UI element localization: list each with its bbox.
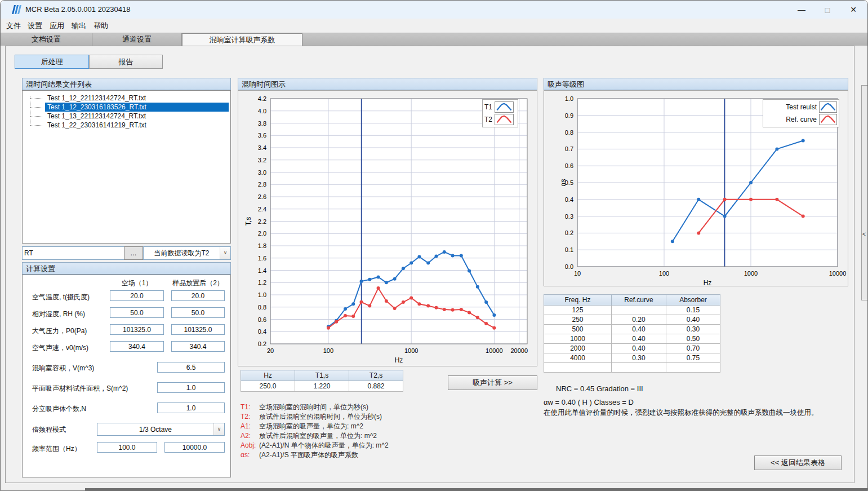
rt-result-table: Hz T1,s T2,s 250.0 1.220 0.882: [241, 370, 403, 392]
svg-text:4.0: 4.0: [258, 108, 266, 114]
tab-reverb-absorption[interactable]: 混响室计算吸声系数: [182, 33, 302, 47]
svg-text:3.6: 3.6: [258, 132, 266, 139]
svg-text:20: 20: [267, 347, 274, 354]
calc-settings-header: 计算设置: [22, 262, 231, 275]
octave-mode-dropdown[interactable]: 1/3 Octave ∨: [97, 423, 225, 436]
back-to-results-button[interactable]: << 返回结果表格: [754, 455, 842, 470]
app-icon: [11, 4, 22, 15]
legend-label-ref-curve: Ref. curve: [786, 116, 817, 123]
app-window: MCR Beta 2.05.0.001 20230418 — ◻ ✕ 文件 设置…: [0, 0, 868, 491]
list-item[interactable]: Test 1_22_230316141219_RT.txt: [23, 121, 230, 130]
note-a1: A1:空场混响室的吸声量，单位为: m^2: [241, 422, 363, 431]
legend-label-test-result: Test reulst: [786, 103, 817, 111]
rt-suffix-input[interactable]: [22, 246, 124, 260]
absorption-chart-legend: Test reulst Ref. curve: [763, 99, 839, 127]
svg-text:20000: 20000: [510, 347, 528, 354]
sound-speed-1-field[interactable]: [110, 341, 164, 352]
window-bottom-edge: [85, 488, 868, 490]
octave-mode-label: 倍频程模式: [32, 425, 66, 435]
rt-chart-legend: T1 T2: [482, 99, 518, 127]
test-result-curve-icon: [819, 101, 837, 113]
window-title: MCR Beta 2.05.0.001 20230418: [25, 5, 130, 14]
svg-text:3.8: 3.8: [258, 120, 266, 127]
air-temp-2-field[interactable]: [171, 290, 225, 301]
menu-app[interactable]: 应用: [46, 20, 68, 32]
svg-text:3.0: 3.0: [258, 169, 266, 176]
svg-text:10: 10: [574, 270, 581, 277]
svg-text:0.2: 0.2: [565, 229, 573, 236]
svg-text:Hz: Hz: [704, 279, 712, 286]
svg-text:T,s: T,s: [244, 217, 252, 225]
chevron-left-icon: <: [862, 231, 866, 237]
rt-chart-header: 混响时间图示: [238, 78, 537, 90]
rt-chart[interactable]: 0.20.40.60.81.01.21.41.61.82.02.22.42.62…: [238, 91, 537, 366]
freq-max-field[interactable]: [164, 442, 225, 453]
pressure-1-field[interactable]: [110, 324, 164, 335]
table-row: 250.0 1.220 0.882: [241, 381, 403, 392]
note-as: αs:(A2-A1)/S 平面吸声体的吸声系数: [241, 450, 358, 460]
svg-text:αs: αs: [559, 179, 567, 187]
minimize-button[interactable]: —: [789, 1, 814, 19]
subtab-postprocess[interactable]: 后处理: [15, 55, 89, 69]
svg-text:1.2: 1.2: [258, 279, 266, 286]
table-row: 2500.200.40: [544, 315, 720, 325]
room-volume-label: 混响室容积，V(m^3): [32, 364, 94, 373]
side-panel-collapse-handle[interactable]: <: [861, 85, 868, 300]
chevron-down-icon[interactable]: ∨: [220, 247, 230, 259]
svg-text:10000: 10000: [486, 347, 503, 354]
svg-text:0.8: 0.8: [258, 304, 266, 311]
svg-text:0.8: 0.8: [565, 129, 573, 136]
t2-curve-icon: [495, 114, 514, 125]
table-row: [544, 363, 720, 373]
svg-text:0.6: 0.6: [258, 316, 266, 323]
svg-text:1.8: 1.8: [258, 242, 266, 249]
freq-range-label: 频率范围（Hz）: [32, 444, 81, 454]
absorber-count-field[interactable]: [157, 402, 225, 413]
menu-help[interactable]: 帮助: [90, 20, 112, 32]
subtab-report[interactable]: 报告: [89, 55, 163, 69]
room-volume-field[interactable]: [157, 362, 225, 373]
humidity-2-field[interactable]: [171, 307, 225, 318]
list-item[interactable]: Test 1_13_221123142724_RT.txt: [23, 112, 230, 121]
air-temp-1-field[interactable]: [110, 290, 164, 301]
svg-text:0.1: 0.1: [565, 246, 573, 253]
table-row: 5000.400.30: [544, 325, 720, 334]
svg-text:0.9: 0.9: [565, 112, 573, 119]
svg-text:0.0: 0.0: [565, 263, 573, 270]
data-mode-value: 当前数据读取为T2: [144, 249, 220, 258]
svg-text:0.7: 0.7: [565, 145, 573, 152]
close-button[interactable]: ✕: [840, 1, 866, 19]
chevron-down-icon[interactable]: ∨: [213, 423, 224, 435]
menu-file[interactable]: 文件: [3, 20, 24, 32]
sample-area-label: 平面吸声材料试件面积，S(m^2): [32, 384, 128, 393]
table-row: 1250.15: [544, 306, 720, 315]
note-t1: T1:空场混响室的混响时间，单位为秒(s): [241, 402, 368, 412]
tab-channel-settings[interactable]: 通道设置: [92, 33, 182, 46]
sound-speed-2-field[interactable]: [171, 341, 225, 352]
absorption-calc-button[interactable]: 吸声计算 >>: [448, 375, 537, 390]
svg-text:1.4: 1.4: [258, 267, 266, 274]
sample-area-field[interactable]: [157, 382, 225, 393]
svg-text:0.2: 0.2: [258, 340, 266, 347]
svg-text:2.8: 2.8: [258, 181, 266, 188]
menu-output[interactable]: 输出: [68, 20, 90, 32]
legend-label-t2: T2: [484, 116, 492, 123]
browse-button[interactable]: ...: [124, 246, 143, 260]
rt-chart-area[interactable]: 0.20.40.60.81.01.21.41.61.82.02.22.42.62…: [238, 90, 537, 366]
file-list: Test 1_12_221123142724_RT.txt Test 1_12_…: [22, 90, 231, 244]
tab-document-settings[interactable]: 文档设置: [1, 33, 92, 46]
svg-text:2.2: 2.2: [258, 218, 266, 225]
col-header-t1s: T1,s: [295, 370, 349, 381]
tab-page: 后处理 报告 混时间结果文件列表 Test 1_12_221123142724_…: [5, 46, 854, 483]
menu-settings[interactable]: 设置: [24, 20, 46, 32]
maximize-button[interactable]: ◻: [814, 1, 840, 19]
freq-min-field[interactable]: [97, 442, 157, 453]
humidity-1-field[interactable]: [110, 307, 164, 318]
list-item[interactable]: Test 1_12_221123142724_RT.txt: [23, 94, 230, 103]
data-mode-dropdown[interactable]: 当前数据读取为T2 ∨: [143, 246, 231, 260]
pressure-2-field[interactable]: [171, 324, 225, 335]
svg-text:1000: 1000: [404, 347, 418, 354]
pressure-label: 大气压力，P0(Pa): [32, 326, 87, 336]
title-bar: MCR Beta 2.05.0.001 20230418 — ◻ ✕: [1, 1, 867, 19]
list-item-selected[interactable]: Test 1_12_230316183526_RT.txt: [23, 103, 230, 112]
